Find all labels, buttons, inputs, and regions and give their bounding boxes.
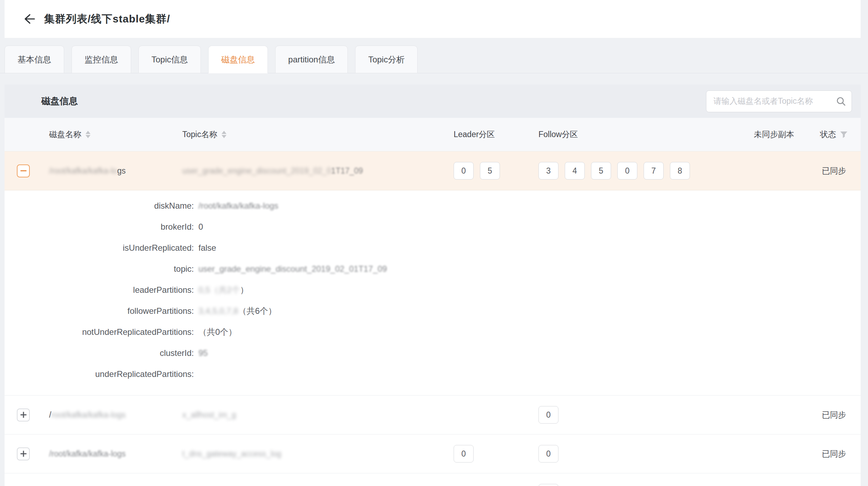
panel-header: 磁盘信息 [5,85,861,118]
status-header: 状态 [807,129,861,140]
follow-partition-chips [538,484,558,486]
sort-topic-name[interactable] [222,131,226,138]
topic-name-cell: t_dns_gateway_access_log [182,449,454,459]
follow-partition-chips: 3 4 5 0 7 8 [538,162,690,180]
detail-row-brokerid: brokerId: 0 [5,216,861,237]
sort-disk-name[interactable] [86,131,90,138]
follow-partition-chips: 0 [538,445,558,463]
panel-title: 磁盘信息 [41,95,78,107]
search-input[interactable] [706,90,852,112]
partition-chip: 0 [454,162,474,180]
partition-chip: 0 [538,406,558,424]
tab-disk-info[interactable]: 磁盘信息 [208,46,268,73]
caret-up-icon [86,131,90,134]
partition-chip: 7 [644,162,664,180]
leader-partition-header: Leader分区 [454,129,538,140]
partition-chip: 5 [480,162,500,180]
status-text: 已同步 [822,410,846,420]
back-button[interactable] [21,11,37,27]
partition-chip: 0 [538,445,558,463]
topic-name-cell: x_allhost_im_g [182,410,454,420]
tab-topic-info[interactable]: Topic信息 [138,46,201,73]
app-header: 集群列表/线下stable集群/ [5,0,861,38]
topic-name-header: Topic名称 [182,129,454,140]
disk-name-header: 磁盘名称 [49,129,182,140]
filter-icon[interactable] [840,130,848,139]
caret-down-icon [86,135,90,138]
table-row: /root/kafka/kafka-logs x_allhost_im_g 0 … [5,395,861,434]
follow-partition-chips: 0 [538,406,558,424]
partition-chip [538,484,558,486]
detail-row-underreplicatedpartitions: underReplicatedPartitions: [5,364,861,385]
collapse-button[interactable] [17,164,30,177]
detail-row-isunderreplicated: isUnderReplicated: false [5,237,861,258]
partition-chip: 4 [565,162,585,180]
status-text: 已同步 [822,448,846,459]
tab-bar: 基本信息 监控信息 Topic信息 磁盘信息 partition信息 Topic… [0,46,868,73]
arrow-left-icon [22,12,36,26]
status-text: 已同步 [822,166,846,176]
partition-chip: 0 [454,445,474,463]
table-header-row: 磁盘名称 Topic名称 Leader分区 Follow分区 未同步副本 状态 [5,118,861,151]
caret-down-icon [222,135,226,138]
page-title: 集群列表/线下stable集群/ [44,12,170,26]
detail-row-clusterid: clusterId: 95 [5,343,861,364]
search-icon[interactable] [836,96,846,107]
tab-monitor-info[interactable]: 监控信息 [72,46,131,73]
expand-button[interactable] [17,409,30,421]
search-box [706,90,852,112]
row-detail-panel: diskName: /root/kafka/kafka-logs brokerI… [5,190,861,395]
disk-name-cell: /root/kafka/kafka-logs [49,410,182,420]
partition-chip: 3 [538,162,558,180]
table-row [5,473,861,486]
tab-topic-analysis[interactable]: Topic分析 [355,46,418,73]
unsynced-replica-header: 未同步副本 [741,129,807,140]
disk-table: 磁盘名称 Topic名称 Leader分区 Follow分区 未同步副本 状态 [5,118,861,486]
detail-row-topic: topic: user_grade_engine_discount_2019_0… [5,258,861,279]
tab-partition-info[interactable]: partition信息 [275,46,348,73]
detail-row-notunderreplicatedpartitions: notUnderReplicatedPartitions: （共0个） [5,322,861,343]
disk-info-page: 集群列表/线下stable集群/ 基本信息 监控信息 Topic信息 磁盘信息 … [0,0,868,486]
detail-row-leaderpartitions: leaderPartitions: 0,5（共2个） [5,279,861,301]
disk-name-cell: /root/kafka/kafka-logs [49,449,182,459]
tab-basic-info[interactable]: 基本信息 [5,46,64,73]
partition-chip: 8 [670,162,690,180]
leader-partition-chips: 0 5 [454,162,500,180]
partition-chip: 5 [591,162,611,180]
partition-chip: 0 [617,162,637,180]
detail-row-diskname: diskName: /root/kafka/kafka-logs [5,195,861,216]
detail-row-followerpartitions: followerPartitions: 3,4,5,0,7,8（共6个） [5,301,861,322]
follow-partition-header: Follow分区 [538,129,741,140]
disk-name-cell: /root/kafka/kafka-logs [49,166,182,176]
expand-button[interactable] [17,447,30,460]
leader-partition-chips: 0 [454,445,474,463]
table-row: /root/kafka/kafka-logs t_dns_gateway_acc… [5,434,861,473]
caret-up-icon [222,131,226,134]
topic-name-cell: user_grade_engine_discount_2019_02_01T17… [182,166,454,176]
table-row: /root/kafka/kafka-logs user_grade_engine… [5,151,861,190]
